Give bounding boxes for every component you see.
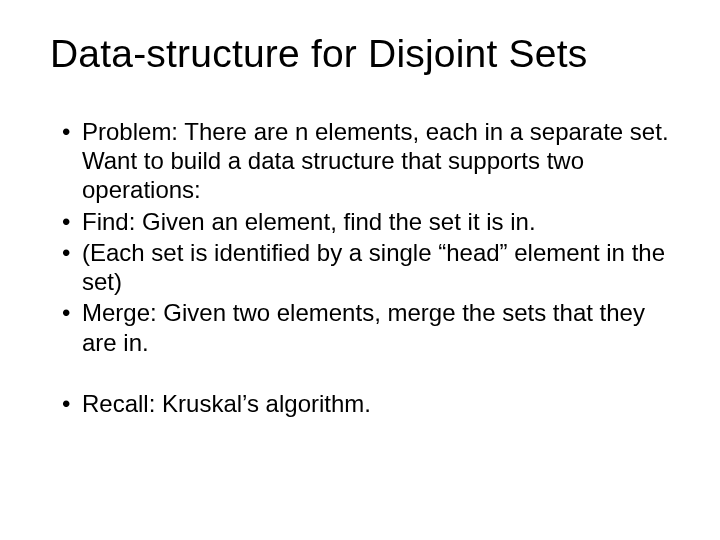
- slide-title: Data-structure for Disjoint Sets: [50, 32, 670, 77]
- list-item: Merge: Given two elements, merge the set…: [62, 298, 670, 359]
- list-item: (Each set is identified by a single “hea…: [62, 238, 670, 299]
- slide: Data-structure for Disjoint Sets Problem…: [0, 0, 720, 540]
- spacer: [50, 359, 670, 389]
- list-item: Recall: Kruskal’s algorithm.: [62, 389, 670, 420]
- bullet-list-2: Recall: Kruskal’s algorithm.: [50, 389, 670, 420]
- list-item: Find: Given an element, find the set it …: [62, 207, 670, 238]
- list-item: Problem: There are n elements, each in a…: [62, 117, 670, 207]
- bullet-list: Problem: There are n elements, each in a…: [50, 117, 670, 359]
